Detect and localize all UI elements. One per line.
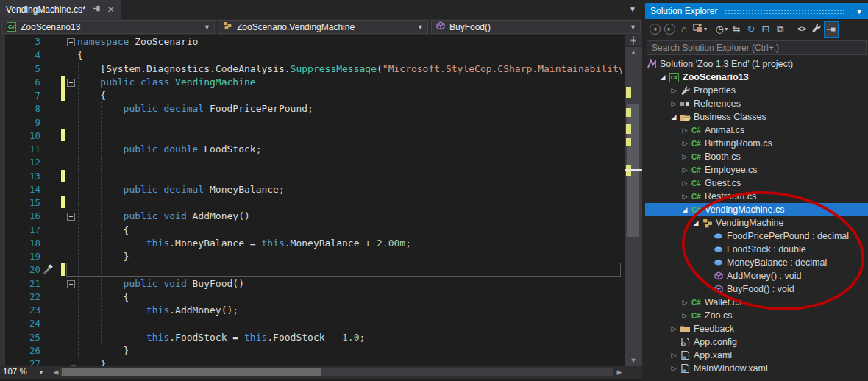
window-position-caret-icon[interactable]: ▼ (855, 7, 863, 15)
scroll-right-icon[interactable]: ▶ (615, 366, 624, 379)
expander-expanded-icon[interactable]: ◢ (680, 206, 690, 213)
tree-item-references[interactable]: ▷References (645, 97, 868, 110)
expander-collapsed-icon[interactable]: ▷ (680, 166, 690, 174)
forward-button[interactable]: ▸ (662, 21, 677, 38)
expander-expanded-icon[interactable]: ◢ (691, 219, 701, 227)
vertical-scrollbar[interactable]: ╪ ▲ ▼ (625, 35, 642, 366)
code-line-18[interactable]: 18 this.MoneyBalance = this.MoneyBalance… (0, 237, 622, 251)
tree-item-foodpriceperpound-decimal[interactable]: FoodPricePerPound : decimal (645, 229, 868, 243)
code-line-27[interactable]: 27 } (0, 357, 622, 366)
tree-item-wallet-cs[interactable]: ▷C#Wallet.cs (645, 296, 868, 309)
tree-item-app-config[interactable]: App.config (645, 335, 868, 349)
home-button[interactable]: ⌂ (677, 21, 691, 38)
tree-item-business-classes[interactable]: ◢Business Classes (645, 110, 868, 124)
scroll-up-icon[interactable]: ▲ (625, 47, 642, 57)
split-window-handle[interactable]: ╪ (625, 35, 642, 47)
tree-item-properties[interactable]: ▷Properties (645, 84, 868, 97)
code-line-25[interactable]: 25 this.FoodStock = this.FoodStock - 1.0… (0, 331, 622, 345)
code-line-15[interactable]: 15 (0, 196, 622, 210)
collapse-region-icon[interactable] (67, 213, 75, 221)
horizontal-scrollbar-track[interactable] (60, 368, 613, 376)
scroll-down-icon[interactable]: ▼ (625, 355, 642, 366)
tree-item-zoo-cs[interactable]: ▷C#Zoo.cs (645, 309, 868, 322)
tree-item-zooscenario13[interactable]: ◢C#ZooScenario13 (645, 71, 868, 84)
code-line-9[interactable]: 9 (0, 116, 622, 130)
tree-item-app-xaml[interactable]: ▷App.xaml (645, 349, 868, 362)
tree-item-guest-cs[interactable]: ▷C#Guest.cs (645, 177, 868, 190)
code-line-6[interactable]: 6 public class VendingMachine (0, 76, 622, 90)
code-line-11[interactable]: 11 public double FoodStock; (0, 143, 622, 157)
tree-item-vendingmachine[interactable]: ◢VendingMachine (645, 216, 868, 229)
preview-selected-items-button[interactable] (824, 21, 839, 38)
tree-item-feedback[interactable]: ▷Feedback (645, 322, 868, 335)
view-code-button[interactable]: <> (794, 21, 809, 38)
sync-with-active-document-button[interactable]: ⇆ (729, 21, 744, 38)
expander-collapsed-icon[interactable]: ▷ (680, 153, 690, 160)
collapse-region-icon[interactable] (67, 38, 75, 46)
solution-explorer-titlebar[interactable]: Solution Explorer ▼ (645, 3, 868, 19)
collapse-region-icon[interactable] (67, 280, 75, 288)
expander-expanded-icon[interactable]: ◢ (658, 74, 668, 81)
refresh-button[interactable]: ↻ (744, 21, 758, 38)
expander-collapsed-icon[interactable]: ▷ (669, 325, 679, 332)
code-line-16[interactable]: 16 public void AddMoney() (0, 210, 622, 224)
document-list-caret-icon[interactable]: ▼ (629, 5, 636, 13)
code-line-24[interactable]: 24 (0, 317, 622, 331)
tree-item-birthingroom-cs[interactable]: ▷C#BirthingRoom.cs (645, 137, 868, 150)
horizontal-scrollbar-thumb[interactable] (62, 368, 321, 376)
quick-action-screwdriver-icon[interactable] (43, 264, 54, 278)
zoom-level-dropdown[interactable]: 107 % ▼ (0, 366, 49, 379)
code-line-17[interactable]: 17 { (0, 224, 622, 238)
tree-item-mainwindow-xaml[interactable]: ▷MainWindow.xaml (645, 362, 868, 375)
expander-collapsed-icon[interactable]: ▷ (669, 87, 679, 94)
scroll-left-icon[interactable]: ◀ (51, 366, 60, 379)
expander-collapsed-icon[interactable]: ▷ (680, 179, 690, 187)
expander-collapsed-icon[interactable]: ▷ (680, 312, 690, 319)
project-dropdown[interactable]: C# ZooScenario13 ▼ (1, 20, 215, 34)
tree-item-moneybalance-decimal[interactable]: MoneyBalance : decimal (645, 256, 868, 269)
code-line-12[interactable]: 12 (0, 156, 622, 170)
document-tab[interactable]: VendingMachine.cs* ✕ (0, 0, 121, 19)
code-editor[interactable]: 3namespace ZooScenario4{5 [System.Diagno… (0, 35, 622, 366)
tree-item-foodstock-double[interactable]: FoodStock : double (645, 243, 868, 256)
pin-icon[interactable] (93, 4, 101, 15)
type-dropdown[interactable]: ZooScenario.VendingMachine ▼ (218, 20, 428, 34)
tree-item-booth-cs[interactable]: ▷C#Booth.cs (645, 150, 868, 163)
expander-collapsed-icon[interactable]: ▷ (669, 365, 679, 372)
code-line-4[interactable]: 4{ (0, 49, 622, 63)
expander-collapsed-icon[interactable]: ▷ (680, 127, 690, 134)
code-line-14[interactable]: 14 public decimal MoneyBalance; (0, 183, 622, 197)
member-dropdown[interactable]: BuyFood() ▼ (431, 20, 641, 34)
expander-collapsed-icon[interactable]: ▷ (680, 140, 690, 147)
code-line-10[interactable]: 10 (0, 129, 622, 143)
expander-expanded-icon[interactable]: ◢ (669, 113, 679, 121)
collapse-all-button[interactable]: ⊟ (758, 21, 773, 38)
expander-collapsed-icon[interactable]: ▷ (680, 299, 690, 306)
switch-views-button[interactable]: ▾ (691, 21, 708, 38)
code-line-5[interactable]: 5 [System.Diagnostics.CodeAnalysis.Suppr… (0, 63, 622, 76)
tree-item-animal-cs[interactable]: ▷C#Animal.cs (645, 124, 868, 137)
properties-button[interactable] (809, 21, 824, 38)
code-line-22[interactable]: 22 { (0, 291, 622, 305)
expander-collapsed-icon[interactable]: ▷ (669, 100, 679, 107)
code-line-13[interactable]: 13 (0, 170, 622, 184)
code-line-21[interactable]: 21 public void BuyFood() (0, 277, 622, 291)
tree-item-addmoney-void[interactable]: AddMoney() : void (645, 269, 868, 282)
back-button[interactable]: ◂ (647, 21, 662, 38)
tree-item-restroom-cs[interactable]: ▷C#Restroom.cs (645, 190, 868, 203)
horizontal-scrollbar[interactable]: ◀ ▶ (50, 366, 631, 379)
pending-changes-filter-button[interactable]: ◷▾ (714, 21, 729, 38)
search-input[interactable]: Search Solution Explorer (Ctrl+;) (647, 40, 867, 55)
show-all-files-button[interactable]: ⧉ (773, 21, 788, 38)
expander-collapsed-icon[interactable]: ▷ (669, 352, 679, 359)
code-line-8[interactable]: 8 public decimal FoodPricePerPound; (0, 102, 622, 116)
code-line-3[interactable]: 3namespace ZooScenario (0, 35, 622, 49)
tree-item-buyfood-void[interactable]: BuyFood() : void (645, 282, 868, 296)
tree-item-solution-zoo-1-3-end-1-project[interactable]: Solution 'Zoo 1.3 End' (1 project) (645, 57, 868, 71)
collapse-region-icon[interactable] (67, 79, 75, 87)
code-line-26[interactable]: 26 } (0, 344, 622, 358)
tree-item-employee-cs[interactable]: ▷C#Employee.cs (645, 163, 868, 177)
tree-item-vendingmachine-cs[interactable]: ◢C#VendingMachine.cs (645, 203, 868, 216)
code-line-7[interactable]: 7 { (0, 89, 622, 103)
code-line-23[interactable]: 23 this.AddMoney(); (0, 304, 622, 318)
